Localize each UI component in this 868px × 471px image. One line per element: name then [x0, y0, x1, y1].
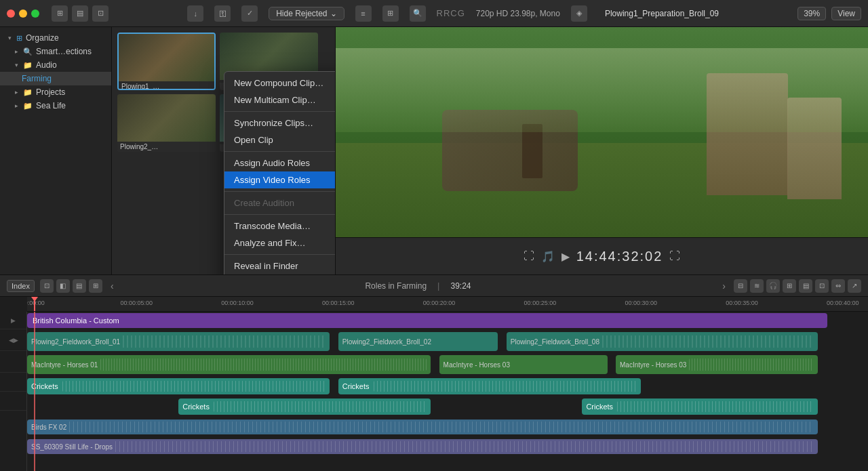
track-crickets1[interactable]: Crickets: [27, 378, 330, 394]
inspector-icon[interactable]: ⊡: [92, 5, 108, 22]
cm-transcode[interactable]: Transcode Media…: [224, 218, 336, 234]
traffic-lights: [7, 9, 39, 18]
cm-assign-audio[interactable]: Assign Audio Roles ▶: [224, 155, 336, 171]
clip-name: Plowing1_Preparation_Broll_09: [605, 9, 719, 18]
list-view-icon[interactable]: ≡: [355, 5, 372, 22]
track-row-custom: British Columbia - Custom: [27, 312, 868, 329]
timeline-view-3[interactable]: ⊡: [815, 279, 829, 293]
browser-icon[interactable]: ▤: [72, 5, 88, 22]
top-bar-right: 39% View: [797, 7, 861, 20]
expand-icon[interactable]: ⛶: [669, 250, 680, 262]
fullscreen-icon[interactable]: ⛶: [524, 250, 534, 262]
track-labels-panel: ▶ ◀▶: [0, 312, 27, 471]
smart-icon: 🔍: [23, 47, 33, 56]
timeline-duration: 39:24: [451, 281, 471, 291]
timeline-tools: ⊡ ◧ ▤ ⊞: [40, 279, 102, 293]
track-video3[interactable]: Plowing2_Fieldwork_Broll_08: [507, 332, 818, 351]
clip-thumb-1[interactable]: Plowing1_…: [117, 33, 216, 90]
timeline-right-tools: ⊟ ≋ 🎧 ⊞ ▤ ⊡ ⇔ ↗: [734, 279, 861, 293]
cm-analyze[interactable]: Analyze and Fix…: [224, 234, 336, 251]
tool-1[interactable]: ⊡: [40, 279, 54, 293]
track-row-birds: Birds FX 02: [27, 418, 868, 436]
back-icon[interactable]: ↓: [187, 5, 203, 22]
preview-controls: ⛶ 🎵 ▶ 14:44:32:02 ⛶: [336, 237, 868, 274]
timeline-view-5[interactable]: ↗: [848, 279, 861, 293]
sidebar-item-audio[interactable]: ▾ 📁 Audio: [0, 58, 111, 72]
view-button[interactable]: View: [831, 7, 861, 20]
folder-icon: 📁: [23, 88, 33, 97]
tool-4[interactable]: ⊞: [89, 279, 102, 293]
timeline-view-2[interactable]: ▤: [799, 279, 812, 293]
keyword-icon[interactable]: ⚿: [214, 5, 231, 22]
play-button[interactable]: ▶: [561, 250, 570, 263]
sidebar-item-organize[interactable]: ▾ ⊞ Organize: [0, 31, 111, 45]
track-birds[interactable]: Birds FX 02: [27, 419, 818, 434]
headphone-icon[interactable]: 🎧: [766, 279, 780, 293]
audio-icon[interactable]: 🎵: [541, 250, 555, 263]
search-icon[interactable]: 🔍: [410, 5, 426, 22]
sidebar-item-sealife[interactable]: ▸ 📁 Sea Life: [0, 99, 111, 112]
zoom-level[interactable]: 39%: [797, 7, 826, 20]
timeline-toolbar: Index ⊡ ◧ ▤ ⊞ ‹ Roles in Farming | 39:24…: [0, 275, 868, 297]
arrow-icon: ▾: [15, 62, 18, 68]
cm-synchronize[interactable]: Synchronize Clips… ⌥⌘G: [224, 115, 336, 131]
cm-reveal-finder[interactable]: Reveal in Finder ⇧⌘R: [224, 258, 336, 274]
nav-left[interactable]: ‹: [111, 281, 114, 291]
main-layout: ▾ ⊞ Organize ▸ 🔍 Smart…ections ▾ 📁 Audio…: [0, 27, 868, 274]
tool-2[interactable]: ◧: [56, 279, 70, 293]
folder-icon: ⊞: [16, 34, 22, 43]
video-preview: ⛶ 🎵 ▶ 14:44:32:02 ⛶: [336, 27, 868, 274]
timeline-area: Index ⊡ ◧ ▤ ⊞ ‹ Roles in Farming | 39:24…: [0, 274, 868, 471]
cm-sep-3: [224, 191, 336, 192]
track-crickets4[interactable]: Crickets: [582, 398, 817, 415]
zoom-out-icon[interactable]: ⊟: [734, 279, 747, 293]
track-video2[interactable]: Plowing2_Fieldwork_Broll_02: [338, 332, 498, 351]
hide-rejected-button[interactable]: Hide Rejected ⌄: [269, 7, 344, 20]
nav-right[interactable]: ›: [722, 281, 726, 291]
track-video1[interactable]: Plowing2_Fieldwork_Broll_01: [27, 332, 330, 351]
cm-sep-5: [224, 254, 336, 255]
index-button[interactable]: Index: [7, 280, 35, 292]
cm-assign-video[interactable]: Assign Video Roles ▶: [224, 171, 336, 188]
track-crickets2[interactable]: Crickets: [338, 378, 641, 394]
sidebar-item-farming[interactable]: Farming: [0, 72, 111, 85]
track-horses1[interactable]: MacIntyre - Horses 01: [27, 355, 431, 374]
sidebar: ▾ ⊞ Organize ▸ 🔍 Smart…ections ▾ 📁 Audio…: [0, 27, 112, 274]
cm-new-multicam[interactable]: New Multicam Clip…: [224, 91, 336, 108]
track-custom[interactable]: British Columbia - Custom: [27, 313, 827, 328]
maximize-button[interactable]: [31, 9, 39, 18]
timeline-view-1[interactable]: ⊞: [783, 279, 796, 293]
close-button[interactable]: [7, 9, 15, 18]
clip-thumb-3[interactable]: Plowing2_…: [117, 94, 216, 152]
minimize-button[interactable]: [19, 9, 27, 18]
timeline-view-4[interactable]: ⇔: [831, 279, 845, 293]
track-row-drops: SS_60309 Still Life - Drops: [27, 438, 868, 455]
clip-label-1: Plowing1_…: [119, 81, 214, 90]
video-scene: [336, 27, 868, 237]
roles-label: Roles in Farming: [365, 281, 427, 291]
grid-view-icon[interactable]: ⊞: [382, 5, 399, 22]
ruler-playhead: [34, 297, 35, 311]
video-info: 720p HD 23.98p, Mono: [476, 9, 560, 18]
sidebar-item-projects[interactable]: ▸ 📁 Projects: [0, 85, 111, 99]
cm-open-clip[interactable]: Open Clip: [224, 131, 336, 148]
sidebar-item-smart[interactable]: ▸ 🔍 Smart…ections: [0, 45, 111, 58]
library-icon[interactable]: ⊞: [52, 5, 68, 22]
track-crickets3[interactable]: Crickets: [178, 398, 431, 415]
waveform-icon[interactable]: ≋: [750, 279, 764, 293]
preview-area: [336, 27, 868, 237]
track-row-crickets1: Crickets Crickets: [27, 377, 868, 396]
track-horses3a[interactable]: MacIntyre - Horses 03: [439, 355, 608, 374]
color-icon[interactable]: ◈: [571, 5, 587, 22]
top-bar-center: ↓ ⚿ ✓ Hide Rejected ⌄ ≡ ⊞ 🔍 RRCG 720p HD…: [114, 5, 792, 22]
cm-sep-1: [224, 111, 336, 112]
cm-new-compound[interactable]: New Compound Clip… ⌥G: [224, 75, 336, 91]
track-horses3b[interactable]: MacIntyre - Horses 03: [616, 355, 818, 374]
track-drops[interactable]: SS_60309 Still Life - Drops: [27, 439, 818, 454]
timecode: 14:44:32:02: [576, 249, 663, 264]
tool-3[interactable]: ▤: [73, 279, 86, 293]
arrow-icon: ▾: [8, 35, 12, 41]
analysis-icon[interactable]: ✓: [241, 5, 258, 22]
browser-area: Plowing1_… Plowing2_… New Compound Clip……: [112, 27, 336, 274]
context-menu-overlay: New Compound Clip… ⌥G New Multicam Clip……: [224, 71, 336, 274]
